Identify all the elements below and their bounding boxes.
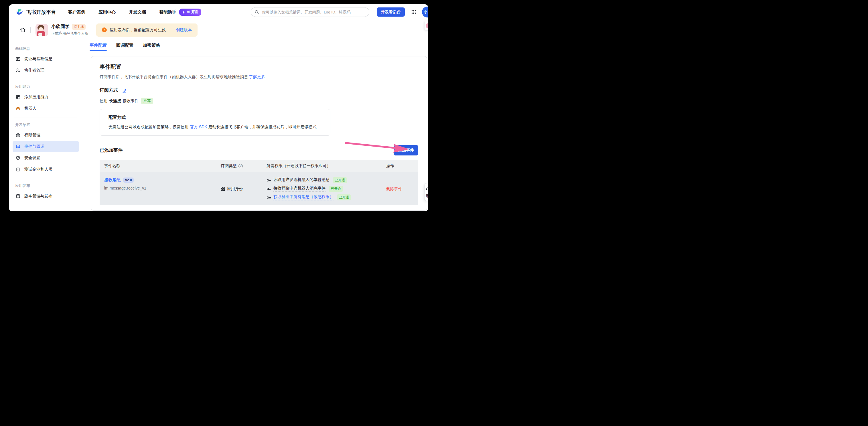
- sidebar-item-add-capability[interactable]: 添加应用能力: [12, 91, 79, 103]
- tab-bar: 事件配置 回调配置 加密策略: [83, 40, 428, 51]
- config-mode-box: 配置方式 无需注册公网域名或配置加密策略，仅需使用 官方 SDK 启动长连接飞书…: [100, 109, 330, 136]
- permission-item: 读取用户发给机器人的单聊消息 已开通: [267, 177, 386, 183]
- app-identity-icon: [221, 187, 225, 191]
- delete-event-link[interactable]: 删除事件: [386, 186, 418, 191]
- sidebar-item-credentials[interactable]: 凭证与基础信息: [12, 53, 79, 65]
- content-area: 基础信息 凭证与基础信息 协作者管理 应用能力: [9, 40, 428, 211]
- edit-pencil-icon[interactable]: [122, 88, 127, 93]
- nav-dev-docs[interactable]: 开发文档: [129, 9, 146, 15]
- sidebar-item-version-release[interactable]: 版本管理与发布: [12, 190, 79, 202]
- create-version-link[interactable]: 创建版本: [176, 28, 192, 33]
- search-input[interactable]: [261, 10, 366, 14]
- nav-ai-assistant[interactable]: 智能助手: [159, 9, 176, 15]
- tab-callback-config[interactable]: 回调配置: [116, 40, 133, 51]
- long-connection: 长连接: [109, 98, 121, 104]
- subscribe-mode-heading: 订阅方式: [100, 87, 418, 93]
- permission-item: 接收群聊中@机器人消息事件 已开通: [267, 186, 386, 192]
- brand-name: 飞书开放平台: [26, 9, 56, 16]
- id-card-icon: [15, 56, 21, 62]
- event-id: im.message.receive_v1: [104, 186, 221, 190]
- help-icon[interactable]: ?: [239, 164, 243, 168]
- app-meta: 小欣同学 待上线 正式应用@飞书个人版: [51, 24, 89, 36]
- nav-app-center[interactable]: 应用中心: [98, 9, 116, 15]
- sidebar-section-release: 应用发布: [12, 181, 79, 190]
- shield-check-icon: [15, 155, 21, 161]
- config-mode-title: 配置方式: [108, 115, 321, 120]
- sidebar: 基础信息 凭证与基础信息 协作者管理 应用能力: [9, 40, 83, 211]
- page-title: 事件配置: [100, 63, 418, 71]
- status-badge: 待上线: [72, 24, 86, 30]
- config-mode-text: 无需注册公网域名或配置加密策略，仅需使用 官方 SDK 启动长连接飞书客户端，并…: [108, 124, 321, 130]
- global-search[interactable]: [251, 7, 369, 17]
- ai-dev-badge[interactable]: AI 开发: [179, 8, 201, 16]
- nav-customer-cases[interactable]: 客户案例: [68, 9, 85, 15]
- publish-notice: ! 应用发布后，当前配置方可生效 创建版本: [96, 24, 197, 37]
- learn-more-link[interactable]: 了解更多: [249, 74, 265, 79]
- event-config-card: 事件配置 订阅事件后，飞书开放平台将会在事件（如机器人入群）发生时向请求地址推送…: [91, 56, 427, 211]
- recommend-badge: 推荐: [141, 98, 153, 104]
- sidebar-item-security[interactable]: 安全设置: [12, 152, 79, 164]
- divider: [30, 27, 31, 33]
- floating-helper-widget[interactable]: [424, 21, 428, 31]
- search-icon: [254, 10, 259, 14]
- col-event-name: 事件名称: [104, 163, 221, 169]
- divider: [14, 205, 77, 205]
- sparkle-icon: [182, 10, 185, 14]
- sidebar-item-bot[interactable]: 机器人: [12, 103, 79, 114]
- granted-badge: 已开通: [337, 194, 351, 201]
- sidebar-item-events-callbacks[interactable]: 事件与回调: [12, 141, 79, 152]
- col-action: 操作: [386, 163, 418, 169]
- browser-window: 飞书开放平台 客户案例 应用中心 开发文档 智能助手 AI 开发 开发者后台: [9, 4, 428, 211]
- official-sdk-link[interactable]: 官方 SDK: [190, 125, 207, 129]
- event-name-link[interactable]: 接收消息: [104, 177, 121, 183]
- granted-badge: 已开通: [333, 177, 347, 183]
- sidebar-section-basic: 基础信息: [12, 44, 79, 53]
- app-info-bar: 小欣同学 待上线 正式应用@飞书个人版 ! 应用发布后，当前配置方可生效 创建版…: [9, 20, 428, 40]
- headset-icon: [426, 187, 428, 191]
- robot-icon: [15, 106, 21, 111]
- add-event-button[interactable]: 添加事件: [394, 145, 418, 155]
- app-subtitle: 正式应用@飞书个人版: [51, 31, 89, 36]
- tab-encryption-strategy[interactable]: 加密策略: [143, 40, 160, 51]
- floating-widget-label: 用: [426, 193, 428, 199]
- permissions-cell: 读取用户发给机器人的单聊消息 已开通: [267, 177, 386, 201]
- table-header-row: 事件名称 订阅类型 ? 所需权限（开通以下任一权限即可） 操作: [100, 160, 418, 172]
- permission-item-sensitive: 获取群组中所有消息（敏感权限） 已开通: [267, 194, 386, 201]
- subscribe-mode-line: 使用 长连接 接收事件 推荐: [100, 98, 418, 104]
- home-icon[interactable]: [20, 27, 26, 33]
- publish-icon: [15, 193, 21, 199]
- sidebar-section-capability: 应用能力: [12, 82, 79, 91]
- warning-icon: !: [102, 28, 107, 32]
- granted-badge: 已开通: [329, 186, 343, 192]
- key-icon: [267, 195, 271, 200]
- added-events-heading: 已添加事件: [100, 147, 123, 153]
- sidebar-item-permissions[interactable]: 权限管理: [12, 129, 79, 141]
- subscribe-type-cell: 应用身份: [221, 186, 267, 191]
- divider: [14, 117, 77, 117]
- event-callback-icon: [15, 144, 21, 149]
- grid-add-icon: [15, 94, 21, 100]
- sidebar-item-clipped: [15, 208, 79, 211]
- developer-console-button[interactable]: 开发者后台: [377, 7, 405, 17]
- table-row: 接收消息 v2.0 im.message.receive_v1: [100, 172, 418, 205]
- app-name: 小欣同学: [51, 24, 69, 30]
- code-box-icon: [15, 167, 21, 172]
- key-icon: [267, 178, 271, 183]
- user-add-icon: [15, 68, 21, 73]
- page-description: 订阅事件后，飞书开放平台将会在事件（如机器人入群）发生时向请求地址推送消息 了解…: [100, 74, 418, 80]
- top-nav: 客户案例 应用中心 开发文档 智能助手: [68, 9, 176, 15]
- user-avatar[interactable]: 小欣: [422, 7, 428, 18]
- brand-logo[interactable]: 飞书开放平台: [16, 8, 56, 16]
- notice-text: 应用发布后，当前配置方可生效: [110, 28, 166, 33]
- sidebar-item-collaborators[interactable]: 协作者管理: [12, 65, 79, 76]
- tab-event-config[interactable]: 事件配置: [90, 40, 107, 51]
- main-body: 事件配置 订阅事件后，飞书开放平台将会在事件（如机器人入群）发生时向请求地址推送…: [83, 51, 428, 211]
- sidebar-item-test-org[interactable]: 测试企业和人员: [12, 164, 79, 175]
- col-permissions: 所需权限（开通以下任一权限即可）: [267, 163, 386, 169]
- event-name-cell: 接收消息 v2.0 im.message.receive_v1: [104, 177, 221, 201]
- briefcase-icon: [15, 132, 21, 138]
- top-header: 飞书开放平台 客户案例 应用中心 开发文档 智能助手 AI 开发 开发者后台: [9, 4, 428, 20]
- main-panel: 事件配置 回调配置 加密策略 事件配置 订阅事件后，飞书开放平台将会在事件（如机…: [83, 40, 428, 211]
- floating-side-widget[interactable]: 用: [424, 183, 428, 201]
- apps-grid-icon[interactable]: [411, 9, 416, 14]
